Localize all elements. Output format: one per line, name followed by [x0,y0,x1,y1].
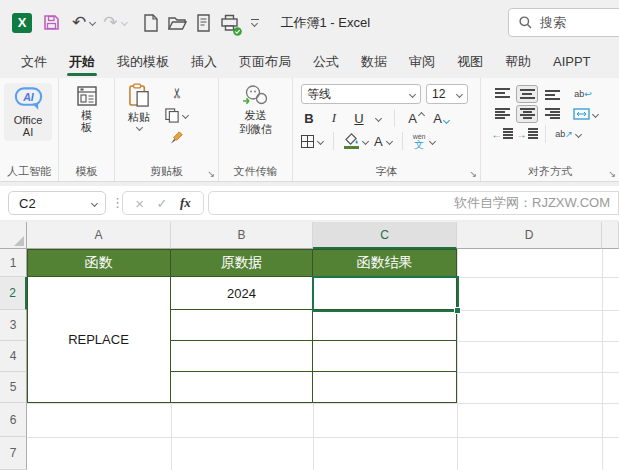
chevron-down-icon [428,137,435,144]
decrease-indent-button[interactable]: ← [491,125,513,143]
row-header-3[interactable]: 3 [0,310,27,341]
bold-button[interactable]: B [301,109,317,127]
tab-home[interactable]: 开始 [58,45,106,78]
row-number: 1 [10,256,17,270]
tab-insert[interactable]: 插入 [180,45,228,78]
italic-button[interactable]: I [326,109,342,127]
align-top-button[interactable] [491,85,513,103]
cell-b3[interactable] [171,310,313,341]
open-file-button[interactable] [168,11,187,35]
tab-view[interactable]: 视图 [446,45,494,78]
wrap-text-button[interactable]: ab↩ [572,85,594,103]
new-file-button[interactable] [143,11,158,35]
cell-a2-merged[interactable]: REPLACE [27,277,171,403]
cell-b4[interactable] [171,341,313,372]
align-right-button[interactable] [541,105,563,123]
lines-icon [503,128,513,140]
column-header-a[interactable]: A [27,222,171,249]
decrease-font-button[interactable]: A [433,109,449,127]
tab-formulas[interactable]: 公式 [302,45,350,78]
phonetic-guide-button[interactable]: wén文 [413,132,435,150]
tab-my-templates[interactable]: 我的模板 [106,45,180,78]
fill-handle[interactable] [454,307,461,314]
fill-color-button[interactable] [344,132,368,150]
font-name-value: 等线 [307,86,331,103]
tab-help[interactable]: 帮助 [494,45,542,78]
cancel-button[interactable]: × [135,195,144,212]
name-box[interactable]: C2 [8,191,106,215]
cell-c3[interactable] [313,310,457,341]
increase-indent-button[interactable]: → [516,125,538,143]
group-label-template: 模板 [59,164,114,179]
column-header-d[interactable]: D [457,222,602,249]
paste-button[interactable]: 粘贴 [119,83,159,146]
cell-b1[interactable]: 原数据 [171,249,313,277]
redo-button[interactable]: ↷ [103,11,126,35]
undo-button[interactable]: ↶ [72,11,95,35]
template-button[interactable]: 模板 [63,85,110,133]
group-ai: AI Office AI 人工智能 [0,78,58,181]
wechat-label-line1: 发送 [245,109,267,121]
cell-c5[interactable] [313,372,457,403]
active-cell-selection[interactable] [312,276,459,312]
customize-toolbar-button[interactable] [251,11,259,35]
align-bottom-button[interactable] [541,85,563,103]
cell-b2[interactable]: 2024 [171,277,313,310]
row-header-7[interactable]: 7 [0,437,27,470]
borders-button[interactable] [301,132,323,150]
row-number: 2 [9,286,16,300]
enter-button[interactable]: ✓ [156,196,167,211]
group-file-transfer: 发送 到微信 文件传输 [218,78,292,181]
alignment-dialog-launcher[interactable]: ↘ [608,169,616,179]
quick-print-button[interactable] [220,11,239,35]
format-painter-button[interactable] [165,128,188,146]
save-button[interactable] [43,11,60,35]
row-header-2[interactable]: 2 [0,277,27,310]
align-left-button[interactable] [491,105,513,123]
font-dialog-launcher[interactable]: ↘ [469,169,477,179]
formula-input[interactable]: 软件自学网：RJZXW.COM [208,191,619,215]
font-size-select[interactable]: 12 [426,84,468,104]
excel-logo-icon[interactable]: X [12,11,32,35]
row-header-4[interactable]: 4 [0,341,27,372]
tab-data[interactable]: 数据 [350,45,398,78]
copy-button[interactable] [165,106,188,124]
insert-function-button[interactable]: fx [180,195,191,211]
tab-aippt[interactable]: AIPPT [542,45,602,78]
cell-c1[interactable]: 函数结果 [313,249,457,277]
merge-center-button[interactable] [571,105,599,123]
font-name-select[interactable]: 等线 [301,84,421,104]
row-header-5[interactable]: 5 [0,372,27,403]
cell-c4[interactable] [313,341,457,372]
align-left-icon [495,108,510,120]
search-input[interactable]: 搜索 [508,8,619,37]
cell-a1[interactable]: 函数 [27,249,171,277]
increase-font-button[interactable]: A [408,109,424,127]
tab-file[interactable]: 文件 [10,45,58,78]
column-header-b[interactable]: B [171,222,313,249]
cell-b5[interactable] [171,372,313,403]
column-header-e-partial[interactable] [602,222,619,249]
align-middle-button[interactable] [516,85,538,103]
orientation-button[interactable]: ab↗ [553,125,583,143]
undo-dropdown-icon [89,19,96,26]
row-header-6[interactable]: 6 [0,403,27,437]
new-file-icon [143,14,158,32]
office-ai-button[interactable]: AI Office AI [4,83,52,141]
tab-page-layout[interactable]: 页面布局 [228,45,302,78]
underline-dropdown-icon[interactable] [375,114,382,121]
align-center-button[interactable] [516,105,538,123]
row-header-1[interactable]: 1 [0,249,27,277]
column-header-c[interactable]: C [313,222,457,249]
select-all-corner[interactable] [0,222,27,249]
cell-text: 函数 [85,254,113,272]
redo-dropdown-icon [120,19,127,26]
send-to-wechat-button[interactable]: 发送 到微信 [223,84,288,135]
clipboard-dialog-launcher[interactable]: ↘ [207,169,215,179]
cut-button[interactable]: ✂ [165,84,188,102]
font-color-button[interactable]: A [374,132,392,150]
chevron-down-icon [251,20,258,27]
tab-review[interactable]: 审阅 [398,45,446,78]
print-preview-button[interactable] [196,11,211,35]
underline-button[interactable]: U [351,109,367,127]
